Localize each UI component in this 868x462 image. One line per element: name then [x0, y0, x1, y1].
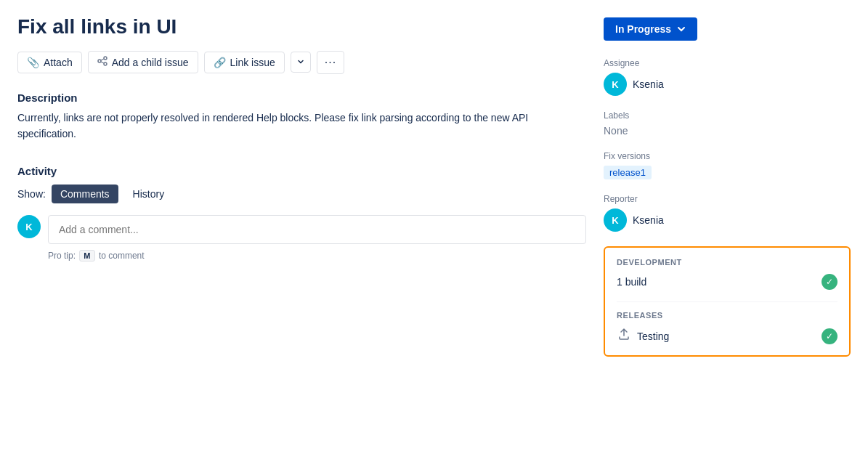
child-issue-icon [97, 56, 108, 68]
more-actions-chevron[interactable] [291, 52, 311, 73]
issue-title: Fix all links in UI [17, 15, 586, 39]
pro-tip-key: M [79, 250, 94, 262]
reporter-name: Ksenia [633, 214, 664, 226]
releases-section-label: RELEASES [617, 311, 837, 320]
svg-line-4 [101, 62, 104, 63]
tab-comments[interactable]: Comments [52, 185, 118, 203]
dev-panel: DEVELOPMENT 1 build ✓ RELEASES [604, 246, 851, 357]
tab-history[interactable]: History [124, 185, 174, 203]
pro-tip-suffix: to comment [99, 251, 145, 261]
show-row: Show: Comments History [17, 185, 586, 203]
attach-button[interactable]: 📎 Attach [17, 52, 82, 73]
comment-row: K [17, 215, 586, 244]
activity-section: Activity Show: Comments History K Pro ti… [17, 165, 586, 262]
fix-versions-field: Fix versions release1 [604, 151, 851, 179]
dev-build-row: 1 build ✓ [617, 274, 837, 290]
svg-point-2 [104, 62, 107, 65]
reporter-field: Reporter K Ksenia [604, 194, 851, 232]
releases-value: Testing [637, 331, 669, 342]
show-label: Show: [17, 188, 46, 200]
link-issue-button[interactable]: 🔗 Link issue [204, 52, 285, 73]
description-heading: Description [17, 92, 586, 104]
add-child-issue-button[interactable]: Add a child issue [88, 51, 198, 73]
labels-label: Labels [604, 110, 851, 121]
svg-point-0 [98, 60, 101, 62]
pro-tip: Pro tip: M to comment [48, 250, 586, 262]
dev-section-label: DEVELOPMENT [617, 258, 837, 267]
labels-value: None [604, 125, 851, 137]
dev-build-text: 1 build [617, 276, 646, 288]
reporter-user: K Ksenia [604, 208, 851, 232]
svg-point-1 [104, 57, 107, 60]
status-label: In Progress [615, 23, 671, 35]
comment-input[interactable] [48, 215, 586, 244]
assignee-avatar: K [604, 73, 627, 96]
releases-check-icon: ✓ [822, 328, 837, 344]
labels-field: Labels None [604, 110, 851, 137]
assignee-field: Assignee K Ksenia [604, 58, 851, 96]
link-issue-label: Link issue [230, 57, 275, 68]
upload-icon [617, 327, 631, 345]
assignee-user: K Ksenia [604, 73, 851, 96]
pro-tip-text: Pro tip: [48, 251, 76, 261]
assignee-label: Assignee [604, 58, 851, 68]
link-icon: 🔗 [214, 57, 226, 68]
svg-line-3 [101, 59, 104, 60]
releases-section: RELEASES Testing ✓ [617, 301, 837, 345]
reporter-label: Reporter [604, 194, 851, 204]
attach-icon: 📎 [27, 57, 39, 68]
user-avatar: K [17, 215, 41, 238]
add-child-label: Add a child issue [112, 57, 189, 68]
main-content: Fix all links in UI 📎 Attach Add a chi [17, 15, 586, 447]
reporter-avatar: K [604, 208, 627, 232]
dev-check-icon: ✓ [822, 274, 837, 290]
description-section: Description Currently, links are not pro… [17, 92, 586, 142]
releases-row: Testing ✓ [617, 327, 837, 345]
more-dots-icon: ··· [325, 56, 336, 68]
description-text: Currently, links are not properly resolv… [17, 110, 586, 142]
toolbar: 📎 Attach Add a child issue 🔗 Link [17, 51, 586, 74]
releases-left: Testing [617, 327, 669, 345]
attach-label: Attach [44, 57, 73, 68]
more-options-button[interactable]: ··· [317, 51, 344, 74]
assignee-name: Ksenia [633, 78, 664, 90]
activity-title: Activity [17, 165, 586, 177]
fix-versions-label: Fix versions [604, 151, 851, 161]
sidebar: In Progress Assignee K Ksenia Labels Non… [604, 15, 851, 447]
fix-version-badge: release1 [604, 166, 652, 179]
status-button[interactable]: In Progress [604, 17, 697, 41]
